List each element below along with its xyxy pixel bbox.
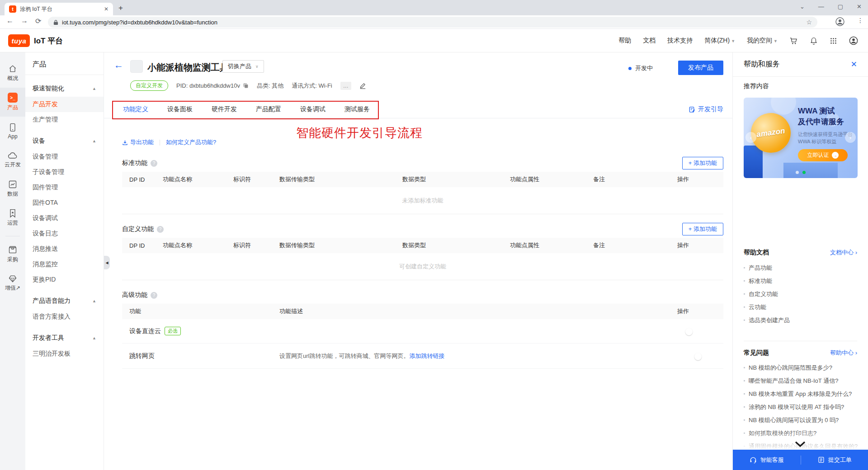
nav-space-dropdown[interactable]: 我的空间▼: [747, 37, 778, 45]
faq-item[interactable]: 哪些智能产品适合做 NB-IoT 通信?: [744, 376, 859, 385]
sidebar-group-device[interactable]: 设备▲: [25, 127, 104, 149]
browser-profile-icon[interactable]: [835, 17, 844, 26]
tuya-logo[interactable]: tuya IoT 平台: [8, 34, 63, 47]
sidebar-item-change-pid[interactable]: 更换PID: [25, 272, 104, 287]
rail-item-overview[interactable]: 概况: [0, 59, 25, 88]
sidebar-item-subdevice-mgmt[interactable]: 子设备管理: [25, 164, 104, 180]
rail-item-purchase[interactable]: 采购: [0, 240, 25, 269]
tab-device-panel[interactable]: 设备面板: [167, 105, 193, 113]
expand-chevron-icon[interactable]: [794, 441, 806, 447]
sidebar-item-sandwich-board[interactable]: 三明治开发板: [25, 346, 104, 362]
add-custom-function-button[interactable]: + 添加功能: [682, 223, 723, 235]
tab-close-icon[interactable]: ✕: [104, 6, 108, 12]
rail-item-operation[interactable]: 运营: [0, 203, 25, 232]
minimize-icon[interactable]: —: [818, 3, 824, 10]
sidebar-item-voice-access[interactable]: 语音方案接入: [25, 309, 104, 324]
sidebar-item-firmware-mgmt[interactable]: 固件管理: [25, 180, 104, 195]
rail-item-cloud[interactable]: 云开发: [0, 146, 25, 174]
sidebar-group-voice[interactable]: 产品语音能力▲: [25, 287, 104, 309]
faq-item[interactable]: NB 模组的心跳间隔范围是多少?: [744, 363, 859, 372]
help-center-link[interactable]: 帮助中心 ›: [830, 349, 857, 357]
doc-link-standard-functions[interactable]: 标准功能: [744, 274, 790, 287]
tab-function-definition[interactable]: 功能定义: [123, 105, 148, 113]
back-arrow-icon[interactable]: ←: [114, 60, 123, 70]
sidebar-collapse-handle[interactable]: ◀: [104, 256, 110, 269]
help-question-icon[interactable]: ?: [157, 226, 164, 233]
faq-item[interactable]: 如何抓取模块的打印日志?: [744, 429, 859, 438]
tab-device-debug[interactable]: 设备调试: [300, 105, 326, 113]
address-bar[interactable]: iot.tuya.com/pmg/step?id=dxbtub6hdkddw10…: [48, 17, 817, 28]
cart-icon[interactable]: [789, 37, 798, 45]
doc-center-link[interactable]: 文档中心 ›: [830, 249, 857, 257]
tab-search-icon[interactable]: ⌄: [800, 3, 805, 10]
faq-item[interactable]: 涂鸦的 NB 模块可以使用 AT 指令吗?: [744, 403, 859, 412]
sidebar-group-rapid[interactable]: 极速智能化▲: [25, 75, 104, 97]
doc-link-custom-functions[interactable]: 自定义功能: [744, 287, 790, 301]
bullet: [744, 380, 745, 381]
close-window-icon[interactable]: ✕: [857, 3, 862, 10]
dev-guide-link[interactable]: 开发引导: [689, 105, 723, 113]
browser-menu-icon[interactable]: ⋮: [857, 17, 863, 24]
help-question-icon[interactable]: ?: [151, 160, 157, 167]
sidebar-group-devtools[interactable]: 开发者工具▲: [25, 324, 104, 346]
banner-cta-button[interactable]: 立即认证→: [798, 149, 848, 161]
browser-tab-title: 涂鸦 IoT 平台: [20, 5, 100, 13]
rail-item-app[interactable]: App: [0, 117, 25, 146]
phone-icon: [9, 123, 17, 132]
tab-hardware-dev[interactable]: 硬件开发: [212, 105, 237, 113]
copy-icon[interactable]: [243, 83, 249, 89]
banner-desc-line1: 让您快速获得亚马逊平台: [798, 131, 853, 138]
faq-item[interactable]: NB 模块本地重置 App 未移除是为什么?: [744, 390, 859, 399]
maximize-icon[interactable]: ▢: [838, 3, 843, 10]
carousel-dot[interactable]: [796, 171, 799, 174]
submit-ticket-button[interactable]: 提交工单: [801, 450, 868, 470]
reload-icon[interactable]: ⟳: [35, 17, 41, 25]
help-docs-heading-row: 帮助文档 文档中心 ›: [744, 249, 857, 257]
sidebar-item-message-monitor[interactable]: 消息监控: [25, 257, 104, 272]
doc-link-cloud-functions[interactable]: 云功能: [744, 301, 790, 314]
sidebar-item-device-debug[interactable]: 设备调试: [25, 211, 104, 226]
close-icon[interactable]: ✕: [851, 60, 857, 69]
smart-service-button[interactable]: 智能客服: [733, 450, 801, 470]
rail-item-value-added[interactable]: 增值↗: [0, 269, 25, 298]
carousel-dot-active[interactable]: [802, 171, 806, 174]
back-icon[interactable]: ←: [6, 17, 14, 25]
faq-item[interactable]: NB 模组心跳间隔可以设置为 0 吗?: [744, 416, 859, 425]
sidebar-item-device-mgmt[interactable]: 设备管理: [25, 149, 104, 164]
how-to-define-link[interactable]: 如何定义产品功能?: [166, 138, 216, 146]
package-box-icon: [8, 245, 17, 254]
more-actions-button[interactable]: …: [340, 82, 351, 90]
nav-help-link[interactable]: 帮助: [618, 37, 631, 45]
apps-grid-icon[interactable]: [830, 37, 837, 45]
rail-item-product[interactable]: >_ 产品: [0, 88, 25, 117]
new-tab-button[interactable]: +: [118, 4, 123, 13]
doc-link-product-functions[interactable]: 产品功能: [744, 261, 790, 274]
account-avatar-icon[interactable]: [849, 36, 858, 45]
tab-product-config[interactable]: 产品配置: [256, 105, 281, 113]
sidebar-item-firmware-ota[interactable]: 固件OTA: [25, 195, 104, 211]
doc-link-create-by-category[interactable]: 选品类创建产品: [744, 314, 790, 327]
nav-support-link[interactable]: 技术支持: [667, 37, 693, 45]
rail-item-data[interactable]: 数据: [0, 174, 25, 203]
browser-tab[interactable]: t 涂鸦 IoT 平台 ✕: [5, 3, 113, 15]
promo-banner[interactable]: amazon WWA 测试 及代申请服务 让您快速获得亚马逊平台 WWA 标识等…: [744, 98, 858, 178]
sidebar-item-production[interactable]: 生产管理: [25, 112, 104, 127]
bookmark-star-icon[interactable]: ☆: [806, 19, 812, 26]
add-jump-link[interactable]: 添加跳转链接: [409, 352, 444, 359]
edit-pencil-icon[interactable]: [359, 82, 366, 89]
export-function-link[interactable]: 导出功能: [122, 138, 154, 146]
carousel-prev-icon[interactable]: ‹: [745, 132, 756, 143]
add-standard-function-button[interactable]: + 添加功能: [682, 157, 723, 169]
sidebar-item-device-log[interactable]: 设备日志: [25, 226, 104, 241]
nav-docs-link[interactable]: 文档: [643, 37, 656, 45]
forward-icon[interactable]: →: [21, 17, 28, 25]
publish-product-button[interactable]: 发布产品: [678, 61, 723, 75]
tab-test-service[interactable]: 测试服务: [344, 105, 370, 113]
help-question-icon[interactable]: ?: [151, 292, 157, 299]
notification-bell-icon[interactable]: [810, 37, 818, 45]
sidebar-item-message-push[interactable]: 消息推送: [25, 241, 104, 257]
sidebar-item-product-dev[interactable]: 产品开发: [25, 97, 104, 112]
switch-product-button[interactable]: 切换产品∨: [222, 60, 264, 73]
nav-language-dropdown[interactable]: 简体(ZH)▼: [704, 37, 735, 45]
carousel-next-icon[interactable]: ›: [845, 132, 856, 143]
